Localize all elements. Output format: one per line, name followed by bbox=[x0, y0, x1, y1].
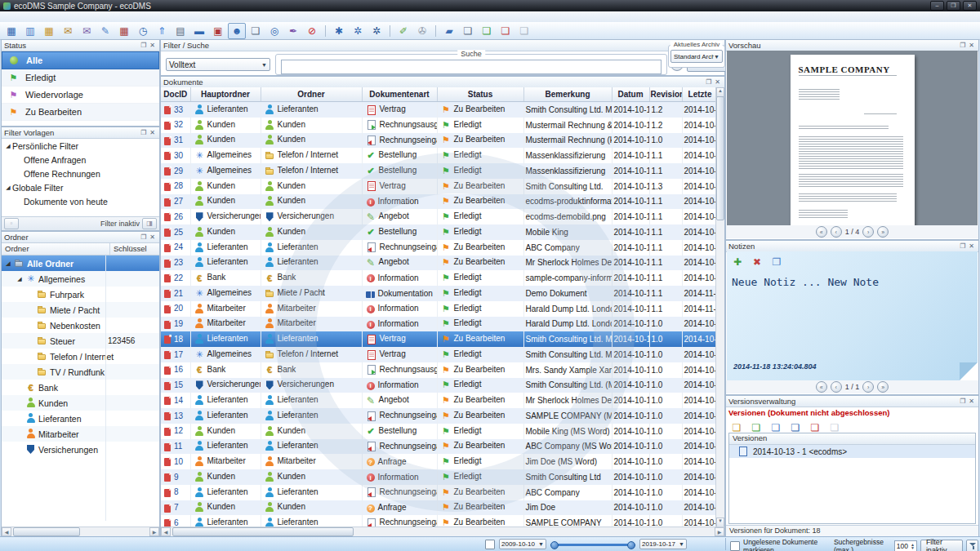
next-page-button[interactable]: › bbox=[862, 226, 874, 238]
document-row[interactable]: 27 Kunden Kunden Information Zu Bearbeit… bbox=[161, 194, 716, 210]
scrollbar-thumb[interactable] bbox=[13, 527, 80, 536]
float-panel-icon[interactable]: ❐ bbox=[139, 129, 148, 136]
close-panel-icon[interactable]: ✕ bbox=[713, 78, 722, 86]
float-panel-icon[interactable]: ❐ bbox=[139, 233, 148, 241]
mark-unread-checkbox[interactable] bbox=[730, 541, 740, 551]
column-dokumentenart[interactable]: Dokumentenart bbox=[362, 87, 437, 102]
upload-icon[interactable]: ⇑ bbox=[153, 23, 171, 39]
clipboard-icon[interactable]: ▰ bbox=[440, 23, 458, 39]
photo-icon[interactable]: ❏ bbox=[247, 23, 265, 39]
column-status[interactable]: Status bbox=[437, 87, 523, 102]
filter-template-item[interactable]: ◢ Globale Filter bbox=[2, 180, 159, 194]
toggle-filter-button[interactable]: ◨ bbox=[142, 218, 157, 229]
documents-header-row[interactable]: DocID Hauptordner Ordner Dokumentenart S… bbox=[161, 87, 716, 102]
folder-tree-item[interactable]: ◢ Alle Ordner bbox=[2, 256, 159, 271]
scroll-right-icon[interactable]: ▶ bbox=[149, 527, 159, 536]
folder-tree-item[interactable]: Steuer 123456 bbox=[2, 333, 159, 349]
close-panel-icon[interactable]: ✕ bbox=[148, 233, 157, 241]
save-icon[interactable]: ▦ bbox=[2, 23, 20, 39]
save-as-icon[interactable]: ▦ bbox=[40, 23, 58, 39]
folder-column-schluessel[interactable]: Schlüssel bbox=[110, 243, 150, 255]
column-letzte[interactable]: Letzte bbox=[682, 87, 716, 102]
results-max-spinner[interactable]: 100 ▲▼ bbox=[894, 540, 917, 551]
document-row[interactable]: 7 Kunden Kunden Anfrage Zu Bearbeiten Ji… bbox=[161, 500, 716, 516]
status-filter-item[interactable]: Wiedervorlage bbox=[2, 87, 159, 104]
float-panel-icon[interactable]: ❐ bbox=[958, 398, 967, 405]
close-panel-icon[interactable]: ✕ bbox=[148, 42, 157, 49]
users-icon[interactable]: ☻ bbox=[228, 23, 246, 39]
close-panel-icon[interactable]: ✕ bbox=[967, 242, 976, 250]
next-note-button[interactable]: › bbox=[862, 381, 874, 393]
print-note-icon[interactable]: ❐ bbox=[768, 254, 786, 270]
search-document-icon[interactable]: ◎ bbox=[265, 23, 283, 39]
document-row[interactable]: 28 Kunden Kunden Vertrag Zu Bearbeiten S… bbox=[161, 179, 716, 194]
column-hauptordner[interactable]: Hauptordner bbox=[190, 87, 261, 102]
add-filter-button[interactable]: ▫ bbox=[4, 218, 19, 229]
close-panel-icon[interactable]: ✕ bbox=[967, 398, 976, 405]
last-page-button[interactable]: » bbox=[877, 226, 889, 238]
close-panel-icon[interactable]: ✕ bbox=[967, 42, 976, 49]
document-row[interactable]: 29 Allgemeines Telefon / Internet Bestel… bbox=[161, 163, 716, 179]
document-row[interactable]: 21 Allgemeines Miete / Pacht Dokumentati… bbox=[161, 286, 716, 301]
column-ordner[interactable]: Ordner bbox=[261, 87, 362, 102]
folder-tree-item[interactable]: Kunden bbox=[2, 395, 159, 411]
folder-tree-item[interactable]: Telefon / Internet bbox=[2, 349, 159, 364]
slider-handle-right[interactable] bbox=[627, 541, 635, 549]
scan-icon[interactable]: ▤ bbox=[172, 23, 189, 39]
document-row[interactable]: 11 Lieferanten Lieferanten Rechnungseing… bbox=[161, 439, 716, 455]
date-to-dropdown[interactable]: 2019-10-17▼ bbox=[639, 539, 687, 549]
maximize-button[interactable]: ❐ bbox=[947, 1, 960, 11]
folder-tree-item[interactable]: Versicherungen bbox=[2, 442, 159, 457]
document-row[interactable]: 18 Lieferanten Lieferanten Vertrag Zu Be… bbox=[161, 331, 716, 347]
versions-list-header[interactable]: Versionen bbox=[729, 433, 975, 445]
status-filter-item[interactable]: Erledigt bbox=[2, 69, 159, 87]
filter-template-item[interactable]: Offene Rechnungen bbox=[2, 167, 159, 180]
user-settings-icon[interactable]: ✲ bbox=[349, 23, 367, 39]
folder-tree-item[interactable]: Lieferanten bbox=[2, 411, 159, 426]
search-mode-dropdown[interactable]: Volltext▼ bbox=[166, 58, 270, 71]
filter-template-item[interactable]: Offene Anfragen bbox=[2, 153, 159, 167]
documents-vertical-scrollbar[interactable]: ▲ ▼ bbox=[715, 87, 724, 527]
expander-icon[interactable]: ◢ bbox=[16, 276, 24, 282]
document-row[interactable]: 31 Kunden Kunden Rechnungseingang Zu Bea… bbox=[161, 133, 716, 149]
float-panel-icon[interactable]: ❐ bbox=[139, 42, 148, 49]
folder-horizontal-scrollbar[interactable]: ◀ ▶ bbox=[2, 527, 159, 536]
document-row[interactable]: 20 Mitarbeiter Mitarbeiter Information E… bbox=[161, 301, 716, 317]
float-panel-icon[interactable]: ❐ bbox=[704, 78, 713, 86]
folder-tree-item[interactable]: Mitarbeiter bbox=[2, 426, 159, 442]
settings-icon[interactable]: ✱ bbox=[330, 23, 348, 39]
document-row[interactable]: 9 Kunden Kunden Information Erledigt Smi… bbox=[161, 469, 716, 485]
status-filter-item[interactable]: Alle bbox=[2, 51, 159, 69]
folder-tree-item[interactable]: Miete / Pacht bbox=[2, 302, 159, 318]
folder-column-ordner[interactable]: Ordner bbox=[2, 243, 110, 255]
folder-tree-item[interactable]: ◢ Allgemeines bbox=[2, 271, 159, 287]
expander-icon[interactable]: ◢ bbox=[4, 184, 12, 191]
mail-archive-icon[interactable]: ✉ bbox=[78, 23, 96, 39]
note-area[interactable]: ✚✖❐ Neue Notiz ... New Note 2014-11-18 1… bbox=[727, 251, 978, 380]
float-panel-icon[interactable]: ❐ bbox=[958, 242, 967, 250]
document-row[interactable]: 23 Lieferanten Lieferanten Angebot Zu Be… bbox=[161, 256, 716, 271]
archive-icon[interactable]: ▣ bbox=[209, 23, 227, 39]
group-settings-icon[interactable]: ✲ bbox=[368, 23, 385, 39]
folder-tree-item[interactable]: Fuhrpark bbox=[2, 287, 159, 302]
edit-document-icon[interactable]: ✎ bbox=[96, 23, 114, 39]
scrollbar-thumb[interactable] bbox=[716, 96, 724, 220]
close-panel-icon[interactable]: ✕ bbox=[148, 129, 157, 136]
document-row[interactable]: 19 Mitarbeiter Mitarbeiter Information E… bbox=[161, 317, 716, 332]
stop-icon[interactable]: ⊘ bbox=[303, 23, 321, 39]
edit-green-icon[interactable]: ✐ bbox=[394, 23, 412, 39]
document-row[interactable]: 15 Versicherungen Versicherungen Informa… bbox=[161, 378, 716, 393]
document-export-icon[interactable]: ❏ bbox=[459, 23, 477, 39]
inbox-icon[interactable]: ▬ bbox=[190, 23, 208, 39]
export-icon[interactable]: ▥ bbox=[21, 23, 39, 39]
preview-area[interactable]: SAMPLE COMPANY bbox=[727, 51, 978, 225]
history-icon[interactable]: ◷ bbox=[134, 23, 152, 39]
folder-tree-item[interactable]: Bank bbox=[2, 380, 159, 395]
document-row[interactable]: 30 Allgemeines Telefon / Internet Bestel… bbox=[161, 148, 716, 163]
remove-note-icon[interactable]: ✖ bbox=[748, 254, 766, 270]
add-note-icon[interactable]: ✚ bbox=[728, 254, 746, 270]
column-datum[interactable]: Datum bbox=[612, 87, 649, 102]
document-row[interactable]: 16 Bank Bank Rechnungsausgang Zu Bearbei… bbox=[161, 362, 716, 378]
minimize-button[interactable]: – bbox=[930, 1, 944, 11]
document-remove-icon[interactable]: ❏ bbox=[497, 23, 514, 39]
